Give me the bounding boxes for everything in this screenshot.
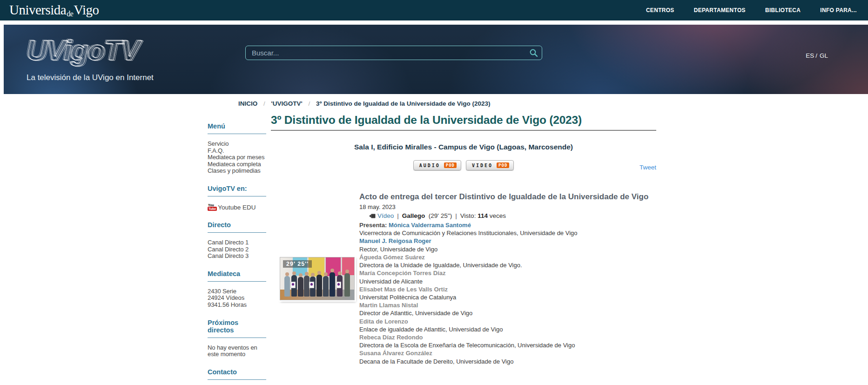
language-switcher: ES/GL	[806, 52, 828, 59]
top-navigation: CENTROS DEPARTAMENTOS BIBLIOTECA INFO PA…	[646, 7, 857, 14]
sidebar-rule	[208, 281, 266, 282]
credit-person: Edita de Lorenzo	[359, 317, 655, 325]
visto-label: Visto:	[460, 212, 476, 219]
no-events-text: No hay eventos en este momento	[208, 344, 265, 358]
sidebar-heading-contacto: Contacto	[208, 368, 266, 376]
sidebar-item-faq[interactable]: F.A.Q.	[208, 148, 265, 155]
breadcrumb-separator: /	[263, 100, 265, 107]
sidebar-heading-uvigotv-en: UvigoTV en:	[208, 185, 266, 192]
nav-biblioteca[interactable]: BIBLIOTECA	[765, 7, 801, 14]
video-language: Gallego	[402, 212, 425, 219]
nav-departamentos[interactable]: DEPARTAMENTOS	[694, 7, 746, 14]
video-duration: (29' 25'')	[429, 212, 452, 219]
event-location-subtitle: Sala I, Edificio Miralles - Campus de Vi…	[271, 143, 656, 151]
sidebar-directo-items: Canal Directo 1 Canal Directo 2 Canal Di…	[208, 239, 265, 260]
video-meta-row: Vídeo|Gallego (29' 25'')|Visto: 114 vece…	[359, 212, 655, 219]
credit-role: Director de Atlanttic, Universidade de V…	[359, 309, 655, 317]
podcast-buttons: AUDIO POD VIDEO POD	[271, 160, 656, 170]
video-thumbnail[interactable]: 29' 25''	[280, 257, 355, 300]
search-input[interactable]	[245, 46, 542, 60]
stat-videos: 24924 Vídeos	[208, 295, 265, 302]
person-figure	[323, 276, 329, 297]
sidebar-item-canal-directo-1[interactable]: Canal Directo 1	[208, 239, 265, 246]
presenter-link[interactable]: Mónica Valderrama Santomé	[389, 222, 471, 229]
sidebar-item-servicio[interactable]: Servicio	[208, 141, 265, 148]
credit-person: María Concepción Torres Díaz	[359, 269, 655, 277]
credit-role: Universitat Politècnica de Catalunya	[359, 293, 655, 301]
sidebar-menu-items: Servicio F.A.Q. Mediateca por meses Medi…	[208, 141, 265, 175]
video-pod-button[interactable]: VIDEO POD	[466, 160, 514, 170]
certificate-frame	[336, 282, 341, 288]
sidebar-mediateca-stats: 2430 Serie 24924 Vídeos 9341.56 Horas	[208, 288, 265, 309]
youtube-icon: You Tube	[208, 204, 217, 211]
video-camera-icon	[369, 214, 376, 218]
sidebar-item-canal-directo-2[interactable]: Canal Directo 2	[208, 246, 265, 253]
view-count: 114	[478, 212, 488, 219]
stat-series: 2430 Serie	[208, 288, 265, 295]
lang-separator: /	[815, 52, 817, 59]
credit-role: Universidad de Alicante	[359, 277, 655, 285]
breadcrumb-inicio[interactable]: INICIO	[238, 100, 257, 107]
sidebar-rule	[208, 134, 266, 134]
universidade-vigo-logo[interactable]: UniversidadeVigo	[9, 2, 99, 18]
breadcrumb-uvigotv[interactable]: 'UVIGOTV'	[271, 100, 303, 107]
video-list-item: 29' 25'' Acto de entrega del tercer Dist…	[271, 192, 656, 365]
logo-part-de: de	[67, 10, 73, 18]
certificate-frame	[290, 282, 296, 288]
sidebar: Menú Servicio F.A.Q. Mediateca por meses…	[208, 107, 266, 385]
sidebar-item-mediateca-completa[interactable]: Mediateca completa	[208, 161, 265, 168]
main-content: 3º Distintivo de Igualdad de la Universi…	[271, 107, 656, 365]
youtube-edu-row: You Tube Youtube EDU	[208, 204, 266, 211]
credit-person: Rebeca Díaz Redondo	[359, 333, 655, 341]
credit-role: Enlace de igualdade de Atlanttic, Univer…	[359, 325, 655, 333]
credit-role: Vicerrectora de Comunicación y Relacione…	[359, 229, 655, 237]
search-icon[interactable]	[529, 48, 538, 57]
credit-person-link[interactable]: Manuel J. Reigosa Roger	[359, 237, 655, 245]
svg-text:UVigoTV: UVigoTV	[26, 34, 141, 66]
credit-role: Rector, Universidade de Vigo	[359, 245, 655, 253]
sidebar-heading-directo: Directo	[208, 221, 266, 229]
meta-separator: |	[455, 212, 457, 219]
pod-badge: POD	[444, 162, 457, 168]
audio-pod-button[interactable]: AUDIO POD	[413, 160, 461, 170]
person-figure	[284, 276, 290, 297]
credit-person: Elisabet Mas de Les Valls Ortiz	[359, 285, 655, 293]
stat-horas: 9341.56 Horas	[208, 302, 265, 309]
actions-row: AUDIO POD VIDEO POD Tweet	[271, 160, 656, 176]
tweet-link[interactable]: Tweet	[639, 164, 656, 171]
topbar: UniversidadeVigo CENTROS DEPARTAMENTOS B…	[0, 0, 868, 20]
sidebar-heading-proximos-directos: Próximos directos	[208, 319, 266, 334]
video-title-link[interactable]: Acto de entrega del tercer Distintivo de…	[359, 192, 655, 202]
credit-person: Susana Álvarez González	[359, 349, 655, 357]
person-figure	[330, 272, 335, 297]
sidebar-item-mediateca-por-meses[interactable]: Mediateca por meses	[208, 154, 265, 161]
sidebar-rule	[208, 338, 266, 338]
content-area: Menú Servicio F.A.Q. Mediateca por meses…	[0, 107, 868, 385]
credit-person: Águeda Gómez Suárez	[359, 253, 655, 261]
meta-separator: |	[397, 212, 399, 219]
sidebar-item-canal-directo-3[interactable]: Canal Directo 3	[208, 253, 265, 260]
lang-es[interactable]: ES	[806, 52, 814, 59]
hero-banner: UVigoTV UVigoTV UVigoTV La televisión de…	[4, 25, 868, 94]
person-figure	[298, 277, 303, 297]
person-figure	[344, 273, 350, 297]
logo-part-1: Universida	[9, 2, 66, 17]
page-title: 3º Distintivo de Igualdad de la Universi…	[271, 114, 656, 131]
certificate-frame	[309, 282, 314, 288]
sidebar-item-youtube-edu[interactable]: Youtube EDU	[218, 204, 256, 211]
credit-person: Martin Llamas Nistal	[359, 301, 655, 309]
sidebar-proximos-empty: No hay eventos en este momento	[208, 344, 265, 358]
person-figure	[316, 275, 322, 297]
nav-centros[interactable]: CENTROS	[646, 7, 674, 14]
video-info: Acto de entrega del tercer Distintivo de…	[359, 192, 655, 365]
site-tagline: La televisión de la UVigo en Internet	[27, 73, 179, 82]
duration-badge: 29' 25''	[283, 260, 312, 268]
video-type-link[interactable]: Vídeo	[377, 212, 394, 219]
lang-gl[interactable]: GL	[820, 52, 828, 59]
presenta-label: Presenta:	[359, 222, 387, 229]
uvigotv-logo: UVigoTV UVigoTV UVigoTV	[26, 30, 179, 70]
nav-info-para[interactable]: INFO PARA...	[820, 7, 857, 14]
video-date: 18 may. 2023	[359, 203, 655, 210]
sidebar-item-clases-y-polimedias[interactable]: Clases y polimedias	[208, 168, 265, 175]
search-box	[245, 46, 542, 60]
